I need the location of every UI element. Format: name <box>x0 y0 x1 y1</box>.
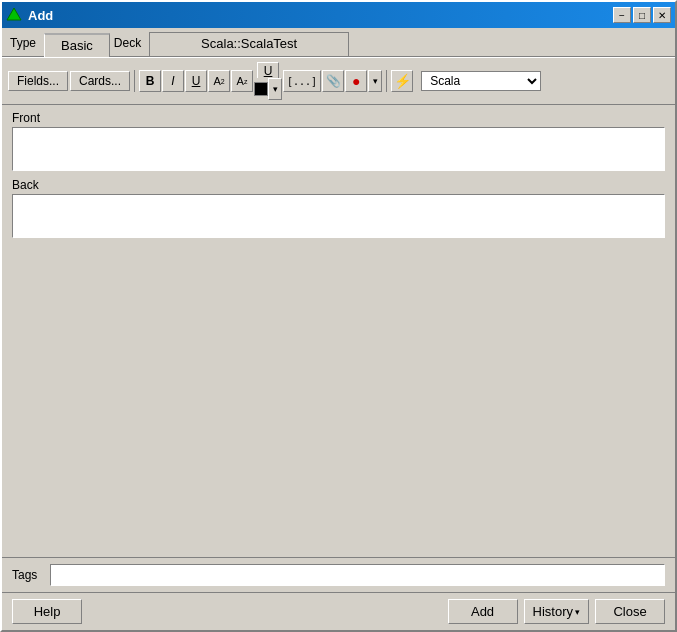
tags-label: Tags <box>12 568 42 582</box>
deck-label: Deck <box>110 32 149 56</box>
underline-button[interactable]: U <box>185 70 207 92</box>
main-content: Front Back <box>2 105 675 557</box>
font-color-box[interactable] <box>254 82 268 96</box>
minimize-button[interactable]: − <box>613 7 631 23</box>
cloze-button[interactable]: [...] <box>283 70 321 92</box>
bottom-row: Help Add History ▾ Close <box>2 592 675 630</box>
toolbar-separator-1 <box>134 70 135 92</box>
record-dropdown[interactable]: ▾ <box>368 70 382 92</box>
cards-button[interactable]: Cards... <box>70 71 130 91</box>
language-select[interactable]: Scala Java Python JavaScript C++ C# Ruby… <box>421 71 541 91</box>
help-button[interactable]: Help <box>12 599 82 624</box>
add-button[interactable]: Add <box>448 599 518 624</box>
back-label: Back <box>12 178 665 192</box>
tab-bar: Type Basic Deck Scala::ScalaTest <box>2 28 675 57</box>
main-window: Add − □ ✕ Type Basic Deck Scala::ScalaTe… <box>0 0 677 632</box>
type-label: Type <box>6 32 44 56</box>
content-spacer <box>12 245 665 551</box>
window-title: Add <box>28 8 53 23</box>
record-button[interactable]: ● <box>345 70 367 92</box>
maximize-button[interactable]: □ <box>633 7 651 23</box>
format-group: B I U A2 Az U ▾ [...] 📎 ● ▾ <box>139 62 382 100</box>
subscript-button[interactable]: Az <box>231 70 253 92</box>
tab-basic[interactable]: Basic <box>44 33 110 57</box>
tags-input[interactable] <box>50 564 665 586</box>
tab-deck[interactable]: Scala::ScalaTest <box>149 32 349 56</box>
attach-button[interactable]: 📎 <box>322 70 344 92</box>
fields-button[interactable]: Fields... <box>8 71 68 91</box>
history-button[interactable]: History ▾ <box>524 599 589 624</box>
close-button[interactable]: Close <box>595 599 665 624</box>
history-dropdown-icon: ▾ <box>575 607 580 617</box>
tags-row: Tags <box>2 557 675 592</box>
title-bar-left: Add <box>6 7 53 23</box>
app-icon <box>6 7 22 23</box>
title-bar: Add − □ ✕ <box>2 2 675 28</box>
front-input[interactable] <box>12 127 665 171</box>
back-input[interactable] <box>12 194 665 238</box>
bold-button[interactable]: B <box>139 70 161 92</box>
close-button[interactable]: ✕ <box>653 7 671 23</box>
back-field-group: Back <box>12 178 665 241</box>
superscript-button[interactable]: A2 <box>208 70 230 92</box>
svg-marker-0 <box>7 8 21 20</box>
front-label: Front <box>12 111 665 125</box>
toolbar: Fields... Cards... B I U A2 Az U ▾ [...] <box>2 57 675 105</box>
lightning-button[interactable]: ⚡ <box>391 70 413 92</box>
color-dropdown[interactable]: ▾ <box>268 78 282 100</box>
toolbar-separator-2 <box>386 70 387 92</box>
color-underline-button[interactable]: U <box>257 62 279 78</box>
italic-button[interactable]: I <box>162 70 184 92</box>
title-buttons: − □ ✕ <box>613 7 671 23</box>
front-field-group: Front <box>12 111 665 174</box>
bottom-right-buttons: Add History ▾ Close <box>448 599 665 624</box>
